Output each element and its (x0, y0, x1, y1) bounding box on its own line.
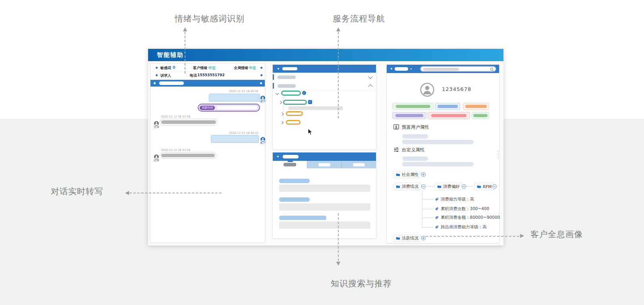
scrollbar-mark[interactable] (497, 154, 499, 156)
knowledge-panel-header (273, 152, 376, 161)
chevron-right-icon[interactable] (279, 101, 282, 104)
header-dot-icon (277, 156, 279, 157)
redacted-flow-description (288, 106, 343, 110)
profile-search-input[interactable] (420, 66, 496, 72)
agent-avatar (154, 153, 159, 158)
customer-tag (435, 103, 460, 110)
redacted-panel-title (395, 67, 408, 71)
redacted-message-text (161, 154, 215, 157)
collapse-icon[interactable] (492, 184, 497, 189)
scrollbar-mark[interactable] (497, 151, 499, 152)
agent-role-label: 坐席 (154, 125, 159, 129)
flow-collapse-row[interactable] (273, 73, 376, 82)
knowledge-tab-active[interactable] (273, 161, 307, 168)
tree-node-label: 活跃情况 (402, 236, 418, 241)
folder-icon (477, 184, 481, 189)
active-tab-indicator (287, 161, 293, 162)
redacted-knowledge-snippet (279, 222, 370, 229)
consumption-tag-text: 累积消费次数：300~400 (441, 206, 489, 212)
tree-connector (467, 186, 474, 187)
redacted-attribute (402, 140, 474, 144)
tree-node-preference[interactable]: 消费偏好 (434, 183, 463, 190)
collapse-icon[interactable] (421, 184, 426, 189)
tree-node-activity[interactable]: 活跃情况 (393, 234, 421, 242)
redacted-tag-text (395, 114, 424, 117)
customer-role-label: 客户 (260, 100, 266, 104)
redacted-panel-title (283, 155, 299, 158)
consumption-tag-item: 累积消费次数：300~400 (435, 206, 489, 212)
tree-node-label: 社会属性 (402, 172, 418, 178)
timeline-pin-icon (156, 67, 158, 69)
scrollbar-mark[interactable] (497, 157, 499, 159)
tree-node-rfm[interactable]: RFM (474, 183, 494, 190)
collapse-icon[interactable] (462, 184, 466, 189)
caller-label: 诉求人 (160, 73, 171, 78)
redacted-tag-text (473, 114, 487, 117)
knowledge-tabs (273, 161, 376, 168)
tag-icon (435, 225, 439, 229)
knowledge-tab[interactable] (341, 161, 376, 168)
custom-attributes-label: 自定义属性 (402, 147, 425, 153)
message-timestamp: 2020-12-12 16:40:42 (229, 131, 258, 135)
agent-avatar (154, 120, 159, 125)
customer-profile-panel: 12345678 预置用户属性 (386, 64, 499, 243)
flow-node-completed[interactable] (283, 100, 307, 105)
global-emotion-label: 全局情绪 (234, 66, 248, 71)
divider (150, 71, 265, 72)
agent-message-bubble (160, 119, 218, 125)
smart-assist-window: 智能辅助 敏感词 0 客户情绪 中立 全局情绪 中立 诉求人 电话 155535… (148, 49, 503, 245)
redacted-tag-text (396, 105, 430, 108)
consumption-tag-text: 消费能力等级：高 (441, 197, 474, 202)
redacted-tab-label (318, 163, 330, 166)
consumption-tag-item: 消费能力等级：高 (435, 197, 474, 202)
tag-icon (435, 207, 439, 211)
screenshot-canvas: 情绪与敏感词识别 服务流程导航 对话实时转写 知识搜索与推荐 客户全息画像 智能… (0, 0, 644, 305)
intent-tag: 意图识别 (200, 106, 215, 110)
timeline-pin-icon (260, 74, 262, 76)
consumption-tag-item: 跨品类消费能力等级：高 (435, 224, 487, 230)
annotation-line-portrait (426, 236, 519, 237)
conversation-panel: 敏感词 0 客户情绪 中立 全局情绪 中立 诉求人 电话 15553551792 (150, 63, 265, 243)
agent-role-label: 坐席 (154, 158, 159, 162)
redacted-tag-text (438, 105, 458, 108)
knowledge-item-title[interactable] (279, 216, 326, 220)
service-flow-panel (272, 64, 376, 150)
tree-node-social[interactable]: 社会属性 (393, 171, 421, 178)
conversation-section-bar (150, 80, 265, 87)
redacted-attribute (402, 162, 474, 166)
phone-number: 15553551792 (197, 73, 225, 77)
annotation-line-service-flow (338, 32, 339, 118)
expand-icon[interactable] (421, 172, 426, 177)
knowledge-item-title[interactable] (279, 179, 310, 183)
annotation-transcription: 对话实时转写 (51, 186, 103, 197)
annotation-service-flow: 服务流程导航 (333, 13, 385, 24)
chevron-down-icon[interactable] (276, 92, 279, 95)
sliders-icon (393, 147, 399, 152)
redacted-row-title (278, 75, 296, 79)
tree-node-consumption[interactable]: 消费情况 (393, 183, 421, 190)
expand-icon[interactable] (421, 236, 426, 240)
consumption-tag-text: 累积消费金额：80000~90000 (441, 215, 500, 220)
redacted-knowledge-snippet (279, 203, 370, 210)
customer-tag (428, 112, 470, 119)
tree-node-label: 消费情况 (402, 184, 418, 189)
flow-expand-row[interactable] (273, 81, 376, 91)
flow-node-pending[interactable] (286, 111, 303, 116)
annotation-line-knowledge (338, 213, 339, 261)
redacted-attribute (402, 156, 428, 161)
tree-connector (422, 218, 434, 218)
annotation-line-transcription (129, 193, 222, 193)
chevron-up-icon[interactable] (368, 84, 372, 89)
sensitive-words-count: 0 (173, 66, 175, 69)
flow-node-completed[interactable] (281, 91, 301, 96)
sensitive-words-label: 敏感词 (160, 66, 171, 71)
customer-avatar (260, 136, 265, 141)
id-card-icon (393, 124, 399, 129)
folder-icon (396, 184, 400, 189)
flow-node-pending[interactable] (286, 120, 301, 125)
chevron-down-icon[interactable] (368, 74, 372, 79)
knowledge-item-title[interactable] (279, 197, 310, 202)
knowledge-tab[interactable] (307, 161, 341, 168)
flow-panel-header (273, 65, 376, 73)
search-icon[interactable] (490, 68, 494, 71)
